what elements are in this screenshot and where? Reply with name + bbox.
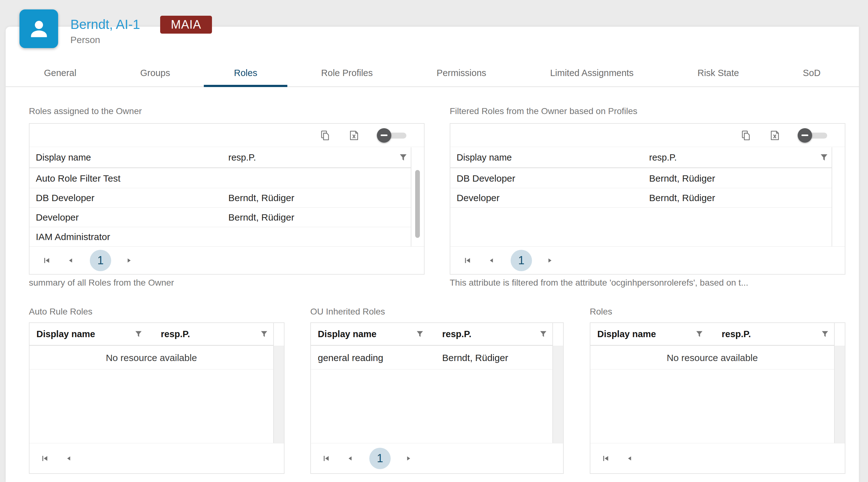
table-body: DB Developer Berndt, Rüdiger Developer B…	[450, 169, 832, 246]
filter-icon[interactable]	[134, 330, 143, 338]
pager: 1	[450, 246, 845, 274]
current-page[interactable]: 1	[510, 250, 532, 271]
scrollbar-gutter	[552, 323, 563, 443]
prev-page-icon[interactable]	[345, 454, 355, 463]
current-page[interactable]: 1	[369, 448, 391, 469]
tab-limited-assignments[interactable]: Limited Assignments	[536, 60, 648, 86]
tab-groups[interactable]: Groups	[126, 60, 185, 86]
tab-permissions[interactable]: Permissions	[422, 60, 501, 86]
column-header-resp-p[interactable]: resp.P.	[442, 329, 471, 339]
filter-icon[interactable]	[260, 330, 268, 338]
tab-general[interactable]: General	[30, 60, 91, 86]
table-body: No resource available	[590, 346, 834, 443]
column-header-display-name[interactable]: Display name	[318, 329, 376, 339]
column-header-resp-p[interactable]: resp.P.	[649, 152, 677, 163]
table-header-row: Display name resp.P.	[450, 147, 832, 168]
page-title: Berndt, AI-1	[70, 17, 140, 32]
table-header-row: Display name resp.P.	[311, 323, 552, 345]
toggle-knob	[377, 128, 391, 143]
roles-inner-table: Display name resp.P. No resource availab…	[590, 322, 845, 474]
copy-icon[interactable]	[319, 129, 331, 141]
grid-collapse-toggle[interactable]	[377, 128, 406, 143]
next-page-icon[interactable]	[124, 256, 134, 265]
scrollbar-gutter	[273, 323, 284, 443]
table-row[interactable]: IAM Administrator	[30, 227, 411, 246]
filtered-roles-table: Display name resp.P. DB Developer Berndt…	[450, 123, 845, 275]
table-toolbar	[450, 124, 845, 147]
table-row[interactable]: Auto Role Filter Test	[30, 169, 411, 188]
tab-roles[interactable]: Roles	[219, 60, 272, 86]
column-header-resp-p[interactable]: resp.P.	[228, 152, 256, 163]
table-body: No resource available	[30, 346, 273, 443]
table-body: Auto Role Filter Test DB Developer Bernd…	[30, 169, 411, 246]
table-row[interactable]: DB Developer Berndt, Rüdiger	[30, 188, 411, 208]
current-page[interactable]: 1	[90, 250, 111, 271]
tab-sod[interactable]: SoD	[788, 60, 835, 86]
maia-badge: MAIA	[160, 16, 212, 34]
screen: Berndt, AI-1 Person MAIA General Groups …	[0, 0, 868, 482]
filter-icon[interactable]	[399, 153, 408, 162]
prev-page-icon[interactable]	[625, 454, 634, 463]
scrollbar-gutter	[832, 147, 845, 246]
table-row[interactable]: Developer Berndt, Rüdiger	[30, 208, 411, 227]
pager	[590, 443, 845, 473]
scrollbar-track	[411, 147, 424, 246]
scrollbar-thumb[interactable]	[415, 170, 420, 238]
column-header-display-name[interactable]: Display name	[457, 152, 512, 163]
table-row[interactable]: Developer Berndt, Rüdiger	[450, 188, 832, 208]
filter-icon[interactable]	[416, 330, 424, 338]
empty-row: No resource available	[30, 346, 273, 369]
next-page-icon[interactable]	[404, 454, 413, 463]
column-header-display-name[interactable]: Display name	[36, 152, 91, 163]
prev-page-icon[interactable]	[66, 256, 75, 265]
table-header-row: Display name resp.P.	[30, 323, 273, 345]
grid-collapse-toggle[interactable]	[798, 128, 827, 143]
prev-page-icon[interactable]	[64, 454, 73, 463]
table-row[interactable]: general reading Berndt, Rüdiger	[311, 346, 552, 369]
prev-page-icon[interactable]	[487, 256, 496, 265]
column-header-display-name[interactable]: Display name	[36, 329, 95, 339]
table-header-row: Display name resp.P.	[30, 147, 411, 168]
tab-role-profiles[interactable]: Role Profiles	[307, 60, 387, 86]
first-page-icon[interactable]	[463, 256, 472, 265]
first-page-icon[interactable]	[40, 454, 50, 463]
assigned-roles-table: Display name resp.P. Auto Role Filter Te…	[29, 123, 425, 275]
filter-icon[interactable]	[695, 330, 704, 338]
table-header-row: Display name resp.P.	[590, 323, 834, 345]
object-type-label: Person	[70, 35, 100, 45]
table-toolbar	[30, 124, 424, 147]
column-header-resp-p[interactable]: resp.P.	[161, 329, 190, 339]
section-label-filtered-roles: Filtered Roles from the Owner based on P…	[450, 106, 638, 116]
section-label-auto-rule-roles: Auto Rule Roles	[29, 307, 92, 317]
toggle-knob	[798, 128, 812, 143]
first-page-icon[interactable]	[42, 256, 52, 265]
first-page-icon[interactable]	[321, 454, 331, 463]
person-icon	[27, 17, 51, 41]
first-page-icon[interactable]	[601, 454, 611, 463]
pager	[30, 443, 284, 473]
copy-icon[interactable]	[740, 129, 752, 141]
column-header-display-name[interactable]: Display name	[597, 329, 656, 339]
minus-icon	[381, 134, 388, 136]
empty-row: No resource available	[590, 346, 834, 369]
pager: 1	[30, 246, 424, 274]
excel-export-icon[interactable]	[348, 129, 360, 141]
assigned-roles-caption: summary of all Roles from the Owner	[29, 278, 174, 288]
filtered-roles-caption: This attribute is filtered from the attr…	[450, 278, 748, 288]
minus-icon	[801, 134, 808, 136]
section-label-ou-inherited-roles: OU Inherited Roles	[310, 307, 385, 317]
table-row[interactable]: DB Developer Berndt, Rüdiger	[450, 169, 832, 188]
excel-export-icon[interactable]	[769, 129, 781, 141]
column-header-resp-p[interactable]: resp.P.	[722, 329, 751, 339]
person-avatar	[20, 9, 58, 48]
ou-inherited-roles-table: Display name resp.P. general reading Ber…	[310, 322, 564, 474]
filter-icon[interactable]	[539, 330, 547, 338]
auto-rule-roles-table: Display name resp.P. No resource availab…	[29, 322, 284, 474]
filter-icon[interactable]	[821, 330, 829, 338]
tab-risk-state[interactable]: Risk State	[683, 60, 753, 86]
filter-icon[interactable]	[819, 153, 829, 162]
section-label-roles: Roles	[590, 307, 612, 317]
tab-bar: General Groups Roles Role Profiles Permi…	[6, 60, 859, 87]
table-body: general reading Berndt, Rüdiger	[311, 346, 552, 443]
next-page-icon[interactable]	[545, 256, 555, 265]
